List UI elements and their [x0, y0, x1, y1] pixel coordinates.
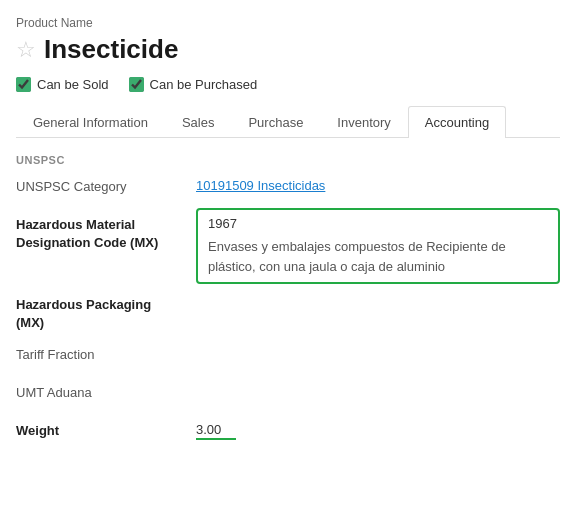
umt-aduana-row: UMT Aduana [16, 380, 560, 408]
haz-packaging-label-row: Hazardous Packaging (MX) [16, 292, 560, 332]
umt-aduana-value[interactable] [196, 380, 560, 402]
haz-mat-row: Hazardous Material Designation Code (MX)… [16, 212, 560, 284]
product-title: Insecticide [44, 34, 178, 65]
can-be-purchased-label: Can be Purchased [150, 77, 258, 92]
haz-packaging-inline-value [196, 292, 560, 314]
haz-packaging-value: Envases y embalajes compuestos de Recipi… [208, 237, 548, 276]
product-name-label: Product Name [16, 16, 560, 30]
haz-highlighted-box: 1967 Envases y embalajes compuestos de R… [196, 208, 560, 284]
can-be-purchased-checkbox[interactable]: Can be Purchased [129, 77, 258, 92]
haz-mat-label: Hazardous Material Designation Code (MX) [16, 212, 196, 252]
unspsc-category-value[interactable]: 10191509 Insecticidas [196, 174, 560, 193]
tab-purchase[interactable]: Purchase [231, 106, 320, 138]
can-be-sold-label: Can be Sold [37, 77, 109, 92]
star-icon[interactable]: ☆ [16, 39, 36, 61]
weight-label: Weight [16, 418, 196, 440]
tariff-fraction-label: Tariff Fraction [16, 342, 196, 364]
tab-accounting[interactable]: Accounting [408, 106, 506, 138]
tariff-fraction-value[interactable] [196, 342, 560, 364]
tab-general-information[interactable]: General Information [16, 106, 165, 138]
weight-row: Weight 3.00 [16, 418, 560, 446]
unspsc-category-label: UNSPSC Category [16, 174, 196, 196]
unspsc-section-label: UNSPSC [16, 154, 560, 166]
haz-packaging-label: Hazardous Packaging (MX) [16, 292, 196, 332]
umt-aduana-label: UMT Aduana [16, 380, 196, 402]
tabs-row: General Information Sales Purchase Inven… [16, 106, 560, 138]
unspsc-category-row: UNSPSC Category 10191509 Insecticidas [16, 174, 560, 202]
weight-value[interactable]: 3.00 [196, 418, 560, 440]
can-be-sold-checkbox[interactable]: Can be Sold [16, 77, 109, 92]
tab-inventory[interactable]: Inventory [320, 106, 407, 138]
tariff-fraction-row: Tariff Fraction [16, 342, 560, 370]
haz-mat-value: 1967 [208, 216, 548, 231]
tab-sales[interactable]: Sales [165, 106, 232, 138]
accounting-section: UNSPSC UNSPSC Category 10191509 Insectic… [16, 154, 560, 446]
